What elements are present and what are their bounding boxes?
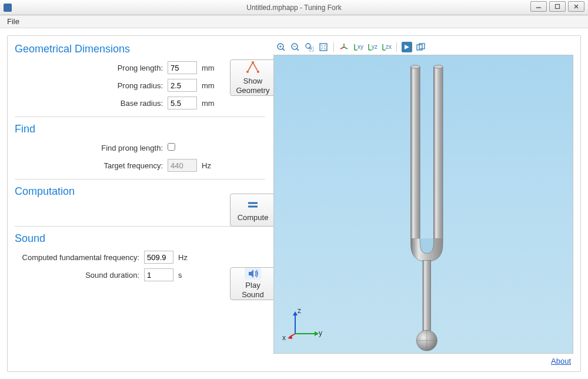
image-snapshot-icon[interactable] [416, 42, 426, 52]
play-sound-button[interactable]: Play Sound [230, 267, 276, 300]
section-title-find: Find [15, 123, 265, 135]
play-sound-label: Play Sound [234, 281, 272, 300]
section-title-sound: Sound [15, 232, 265, 245]
zoom-in-icon[interactable] [276, 42, 286, 52]
svg-line-20 [321, 45, 323, 46]
row-prong-length: Prong length: mm [15, 60, 265, 75]
transparency-icon[interactable] [402, 42, 412, 52]
about-link[interactable]: About [551, 357, 571, 365]
row-duration: Sound duration: s [15, 267, 265, 282]
svg-point-16 [306, 44, 310, 48]
show-geometry-button[interactable]: Show Geometry [230, 59, 276, 96]
viewer-toolbar: xy yz zx [273, 41, 573, 54]
svg-point-39 [434, 65, 443, 69]
divider [15, 226, 265, 227]
section-title-geom: Geometrical Dimensions [15, 43, 265, 55]
input-prong-radius[interactable] [168, 79, 197, 92]
svg-marker-49 [288, 335, 292, 339]
label-duration: Sound duration: [15, 271, 144, 280]
svg-line-25 [344, 47, 348, 49]
unit-s: s [173, 271, 195, 280]
compute-icon [245, 198, 261, 212]
svg-rect-38 [434, 67, 443, 238]
svg-point-6 [252, 61, 254, 64]
svg-point-4 [246, 71, 249, 73]
label-prong-length: Prong length: [15, 64, 168, 72]
row-computed-freq: Computed fundamental frequency: Hz [15, 250, 265, 265]
svg-point-37 [411, 65, 420, 69]
input-duration[interactable] [144, 268, 173, 281]
svg-rect-40 [423, 260, 431, 335]
title-bar: Untitled.mphapp - Tuning Fork [0, 0, 588, 15]
svg-line-17 [310, 48, 312, 49]
default-view-icon[interactable] [339, 42, 349, 52]
divider [15, 117, 265, 117]
svg-marker-45 [293, 311, 298, 315]
geometry-icon [245, 60, 261, 75]
compute-label: Compute [238, 213, 269, 222]
svg-line-14 [297, 49, 299, 51]
menu-bar: File [0, 15, 588, 28]
close-button[interactable] [568, 1, 584, 12]
view-xy-icon[interactable]: xy [353, 42, 363, 52]
svg-line-22 [321, 48, 323, 49]
axis-triad: z y x [285, 308, 326, 345]
input-base-radius[interactable] [168, 97, 197, 109]
maximize-button[interactable] [549, 1, 566, 12]
row-prong-radius: Prong radius: mm [15, 78, 265, 93]
window-controls [528, 1, 584, 12]
minimize-button[interactable] [530, 1, 547, 12]
zoom-box-icon[interactable] [304, 42, 315, 52]
view-zx-icon[interactable]: zx [381, 42, 392, 52]
svg-rect-19 [320, 44, 327, 51]
svg-rect-1 [556, 5, 560, 9]
toolbar-separator [333, 42, 334, 52]
svg-line-10 [283, 49, 285, 51]
show-geometry-label-2: Geometry [236, 86, 269, 95]
section-title-computation: Computation [15, 185, 265, 198]
label-find-prong-length: Find prong length: [15, 144, 168, 152]
label-computed-freq: Computed fundamental frequency: [15, 253, 144, 262]
row-find-prong-length: Find prong length: [15, 140, 265, 155]
input-computed-freq[interactable] [144, 251, 173, 264]
input-target-freq [168, 159, 197, 172]
view-yz-icon[interactable]: yz [367, 42, 377, 52]
unit-mm: mm [197, 99, 218, 108]
toolbar-separator [396, 42, 397, 52]
zoom-out-icon[interactable] [290, 42, 300, 52]
content-area: Geometrical Dimensions Prong length: mm … [0, 28, 588, 379]
label-prong-radius: Prong radius: [15, 81, 168, 90]
divider [15, 179, 265, 179]
checkbox-find-prong-length[interactable] [168, 143, 175, 151]
svg-line-21 [324, 45, 326, 46]
input-prong-length[interactable] [168, 61, 197, 74]
svg-marker-33 [405, 45, 409, 49]
viewer-column: xy yz zx [273, 41, 573, 367]
unit-hz: Hz [173, 253, 195, 262]
unit-mm: mm [197, 81, 218, 90]
compute-button[interactable]: Compute [230, 194, 276, 227]
unit-hz: Hz [197, 161, 218, 170]
label-target-freq: Target frequency: [15, 161, 168, 170]
row-base-radius: Base radius: mm [15, 95, 265, 111]
svg-line-23 [324, 48, 326, 49]
unit-mm: mm [197, 64, 218, 72]
window-title: Untitled.mphapp - Tuning Fork [0, 4, 588, 12]
menu-file[interactable]: File [4, 16, 23, 27]
graphics-viewer[interactable]: z y x [273, 55, 573, 354]
show-geometry-label-1: Show [243, 77, 263, 86]
svg-rect-36 [411, 67, 420, 238]
form-column: Geometrical Dimensions Prong length: mm … [15, 41, 273, 367]
row-target-freq: Target frequency: Hz [15, 158, 265, 173]
svg-marker-47 [315, 331, 319, 336]
svg-point-5 [257, 71, 259, 73]
zoom-extents-icon[interactable] [318, 42, 329, 52]
main-panel: Geometrical Dimensions Prong length: mm … [7, 35, 581, 372]
label-base-radius: Base radius: [15, 99, 168, 108]
app-icon [4, 4, 12, 12]
sound-icon [245, 268, 261, 280]
svg-line-26 [340, 47, 344, 49]
